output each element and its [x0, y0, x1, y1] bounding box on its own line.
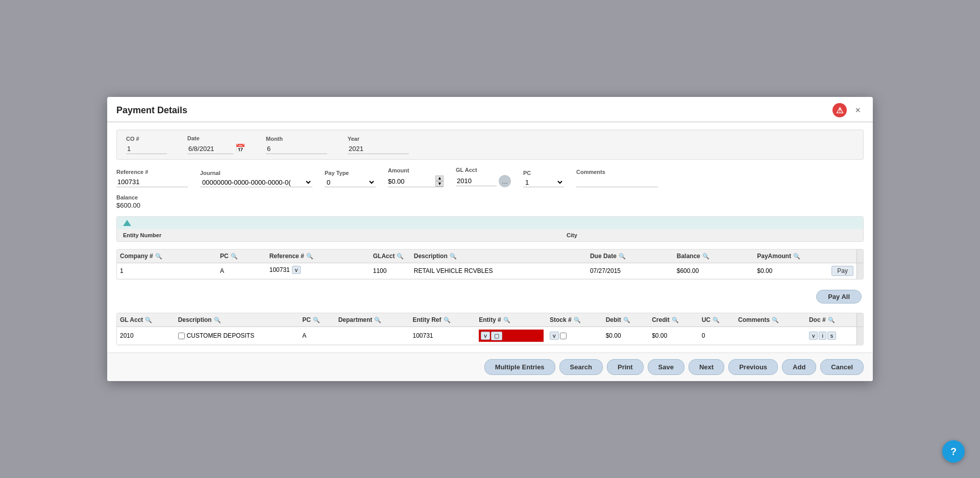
th-credit: Credit🔍: [649, 313, 699, 327]
payment-details-modal: Payment Details ⚠ × CO # Date 📅: [107, 97, 873, 381]
entity-number-col-header: Entity Number: [123, 232, 413, 238]
entity-city-col-header: City: [567, 232, 857, 238]
entity-panel-header: [117, 217, 863, 229]
footer: Multiple Entries Search Print Save Next …: [107, 353, 873, 381]
next-button[interactable]: Next: [689, 359, 724, 375]
help-fab[interactable]: ?: [942, 440, 965, 463]
doc-v-button[interactable]: v: [809, 332, 818, 340]
co-input[interactable]: [126, 144, 167, 154]
gl-acct-search-icon[interactable]: 🔍: [397, 253, 404, 260]
th-gl-acct: GLAcct 🔍: [370, 249, 411, 263]
print-button[interactable]: Print: [607, 359, 644, 375]
close-button[interactable]: ×: [852, 104, 864, 117]
bt-debit-search-icon[interactable]: 🔍: [623, 317, 630, 323]
bt-entity-ref-search-icon[interactable]: 🔍: [444, 317, 451, 323]
calendar-icon[interactable]: 📅: [235, 143, 246, 153]
bt-uc-search-icon[interactable]: 🔍: [713, 317, 720, 323]
bt-stock-search-icon[interactable]: 🔍: [574, 317, 581, 323]
bt-dept-search-icon[interactable]: 🔍: [374, 317, 381, 323]
reference-input[interactable]: [116, 177, 188, 187]
bt-pc-search-icon[interactable]: 🔍: [313, 317, 320, 323]
cell-gl-acct: 1100: [370, 263, 411, 279]
bt-cell-comments: [735, 327, 806, 345]
th-entity-hash: Entity #🔍: [476, 313, 547, 327]
pay-all-row: Pay All: [116, 287, 864, 306]
month-input[interactable]: [266, 144, 327, 154]
reference-v-button[interactable]: v: [292, 266, 301, 274]
pay-type-select[interactable]: 0: [325, 178, 376, 187]
bt-doc-search-icon[interactable]: 🔍: [828, 317, 835, 323]
entity-hash-edit-button[interactable]: ▢: [491, 332, 502, 340]
bt-comments-search-icon[interactable]: 🔍: [772, 317, 779, 323]
bt-gl-acct-search-icon[interactable]: 🔍: [145, 317, 152, 323]
th-description: Description 🔍: [411, 249, 587, 263]
search-button[interactable]: Search: [559, 359, 603, 375]
date-input[interactable]: [187, 144, 233, 154]
bt-entity-hash-search-icon[interactable]: 🔍: [503, 317, 510, 323]
cancel-button[interactable]: Cancel: [820, 359, 864, 375]
entity-hash-v-button[interactable]: v: [481, 332, 490, 340]
journal-select-wrap: 00000000-0000-0000-0000-0(: [200, 178, 312, 187]
year-input[interactable]: [348, 144, 409, 154]
gl-acct-wrap: ...: [456, 175, 511, 187]
table-row: 1 A 100731 v 1100 RETAIL VEHICLE RCVBLES…: [117, 263, 863, 279]
entity-columns: Entity Number City: [117, 229, 863, 241]
amount-increment[interactable]: ▲: [435, 175, 444, 181]
stock-checkbox[interactable]: [560, 333, 567, 339]
gl-acct-dots-button[interactable]: ...: [499, 175, 511, 187]
gl-acct-input[interactable]: [456, 176, 497, 186]
comments-label: Comments: [576, 169, 658, 175]
reference-search-icon[interactable]: 🔍: [306, 253, 313, 260]
bt-cell-entity-hash: v ▢: [476, 327, 547, 345]
entity-panel-toggle[interactable]: [123, 220, 131, 226]
bt-cell-description: CUSTOMER DEPOSITS: [175, 327, 300, 345]
cell-due-date: 07/27/2015: [587, 263, 674, 279]
bt-cell-uc: 0: [699, 327, 735, 345]
th-scrollbar: [857, 249, 864, 263]
bt-cell-pc: A: [299, 327, 335, 345]
bottom-table-container: GL Acct🔍 Description🔍 PC🔍 Department🔍: [116, 313, 864, 345]
description-checkbox[interactable]: [178, 333, 185, 339]
year-field: Year: [348, 136, 409, 154]
top-table-header-row: Company # 🔍 PC 🔍: [117, 249, 863, 263]
bt-cell-doc-hash: v i s: [806, 327, 857, 345]
bt-cell-entity-ref: 100731: [409, 327, 476, 345]
cell-description: RETAIL VEHICLE RCVBLES: [411, 263, 587, 279]
month-field: Month: [266, 136, 327, 154]
previous-button[interactable]: Previous: [728, 359, 778, 375]
amount-field: Amount ▲ ▼: [388, 167, 444, 187]
save-button[interactable]: Save: [648, 359, 684, 375]
doc-i-button[interactable]: i: [819, 332, 826, 340]
bt-credit-search-icon[interactable]: 🔍: [672, 317, 679, 323]
doc-s-button[interactable]: s: [827, 332, 837, 340]
th-entity-ref: Entity Ref🔍: [409, 313, 476, 327]
due-date-search-icon[interactable]: 🔍: [619, 253, 626, 260]
th-bottom-description: Description🔍: [175, 313, 300, 327]
pay-amount-search-icon[interactable]: 🔍: [793, 253, 800, 260]
add-button[interactable]: Add: [782, 359, 816, 375]
journal-select[interactable]: 00000000-0000-0000-0000-0(: [200, 178, 312, 187]
bt-desc-search-icon[interactable]: 🔍: [214, 317, 221, 323]
pay-button[interactable]: Pay: [831, 266, 853, 276]
desc-search-icon[interactable]: 🔍: [450, 253, 457, 260]
pc-label: PC: [523, 170, 564, 176]
bottom-table-header-row: GL Acct🔍 Description🔍 PC🔍 Department🔍: [117, 313, 863, 327]
multiple-entries-button[interactable]: Multiple Entries: [484, 359, 555, 375]
bt-cell-debit: $0.00: [603, 327, 649, 345]
bottom-table: GL Acct🔍 Description🔍 PC🔍 Department🔍: [117, 313, 863, 345]
th-doc-hash: Doc #🔍: [806, 313, 857, 327]
co-label: CO #: [126, 136, 167, 142]
th-comments: Comments🔍: [735, 313, 806, 327]
cell-company-hash: 1: [117, 263, 217, 279]
comments-input[interactable]: [576, 177, 658, 187]
stock-v-button[interactable]: v: [550, 332, 559, 340]
bt-cell-stock-hash: v: [547, 327, 603, 345]
amount-input[interactable]: [388, 178, 434, 185]
company-search-icon[interactable]: 🔍: [155, 253, 162, 260]
pay-all-button[interactable]: Pay All: [816, 290, 862, 304]
th-pay-amount: PayAmount 🔍: [754, 249, 856, 263]
pc-select[interactable]: 1: [523, 178, 564, 187]
balance-search-icon[interactable]: 🔍: [702, 253, 709, 260]
pc-search-icon[interactable]: 🔍: [231, 253, 238, 260]
amount-decrement[interactable]: ▼: [435, 181, 444, 187]
